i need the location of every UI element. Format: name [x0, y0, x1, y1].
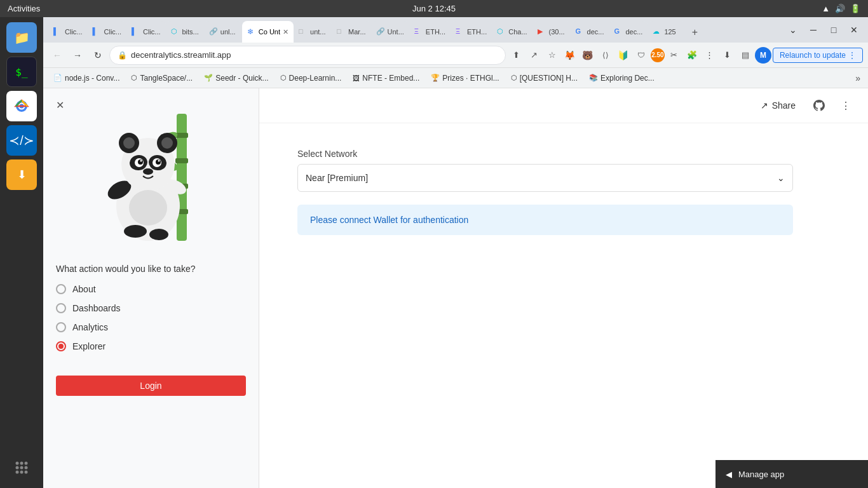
radio-analytics-circle [56, 322, 66, 332]
bookmark-8[interactable]: 📚 Exploring Dec... [584, 71, 660, 86]
chrome-tab-15[interactable]: G dec... [609, 21, 648, 43]
bookmark-5[interactable]: 🖼 NFTE - Embed... [348, 71, 424, 86]
tab-favicon-16: ☁ [653, 27, 661, 36]
taskbar-chrome[interactable] [6, 91, 37, 121]
chrome-tab-13[interactable]: ▶ (30... [532, 21, 571, 43]
sidebar-close-button[interactable]: ✕ [51, 96, 69, 114]
bookmarks-more-button[interactable]: » [853, 73, 863, 83]
ext-1-icon[interactable]: 🦊 [562, 47, 578, 64]
tab-title-13: (30... [549, 28, 565, 36]
battery-icon: 🔋 [850, 4, 860, 13]
bookmark-1[interactable]: 📄 node.js - Conv... [48, 71, 125, 86]
bookmark-label-1: node.js - Conv... [65, 74, 119, 83]
share-label: Share [772, 100, 796, 111]
activities-label[interactable]: Activities [8, 4, 40, 13]
download-icon[interactable]: ⬇ [719, 47, 736, 64]
tab-favicon-3: ▌ [132, 27, 140, 36]
profile-avatar[interactable]: M [755, 47, 771, 64]
chrome-tab-16[interactable]: ☁ 125 [648, 21, 686, 43]
share-icon[interactable]: ↗ [526, 47, 543, 64]
chrome-tab-12[interactable]: ⬡ Cha... [492, 21, 532, 43]
radio-analytics[interactable]: Analytics [56, 322, 246, 332]
more-menu-button[interactable]: ⋮ [836, 96, 855, 115]
ext-3-icon[interactable]: ⟨⟩ [597, 47, 614, 64]
new-tab-button[interactable]: + [686, 24, 703, 41]
chrome-tab-8[interactable]: □ Mar... [332, 21, 371, 43]
taskbar-installer[interactable]: ⬇ [6, 159, 37, 190]
address-bar[interactable]: 🔒 decentralytics.streamlit.app [109, 46, 506, 65]
ext-4-icon[interactable]: 🔰 [615, 47, 632, 64]
sidebar-menu-question: What action would you like to take? [56, 264, 246, 274]
reload-button[interactable]: ↻ [89, 46, 107, 64]
os-topbar-left: Activities [8, 4, 40, 13]
share-button[interactable]: ↗ Share [754, 98, 802, 113]
chrome-tab-2[interactable]: ▌ Clic... [88, 21, 127, 43]
chrome-tab-11[interactable]: Ξ ETH... [451, 21, 492, 43]
github-button[interactable] [810, 96, 829, 115]
tab-favicon-10: Ξ [414, 27, 423, 36]
network-value: Near [Premium] [306, 173, 368, 183]
bookmark-7[interactable]: ⬡ [QUESTION] H... [506, 71, 583, 86]
chrome-tab-1[interactable]: ▌ Clic... [48, 21, 88, 43]
sidebar-logo-area [43, 88, 259, 254]
chrome-tab-10[interactable]: Ξ ETH... [409, 21, 451, 43]
relaunch-label: Relaunch to update [780, 51, 846, 60]
sidebar-toggle-icon[interactable]: ▤ [737, 47, 754, 64]
chrome-tab-3[interactable]: ▌ Clic... [126, 21, 166, 43]
svg-point-33 [140, 160, 142, 162]
ext-5-icon[interactable]: 🛡 [633, 47, 649, 64]
wallet-message: Please connect Wallet for authentication [297, 205, 793, 235]
minimize-button[interactable]: ─ [804, 21, 822, 39]
ext-2-icon[interactable]: 🐻 [580, 47, 596, 64]
svg-point-10 [20, 471, 24, 474]
radio-about[interactable]: About [56, 284, 246, 294]
os-topbar: Activities Jun 2 12:45 ▲ 🔊 🔋 [0, 0, 868, 17]
tab-favicon-active: ❄ [247, 27, 256, 36]
extensions-icon[interactable]: ⋮ [702, 47, 718, 64]
main-body: Select Network Near [Premium] ⌄ Please c… [259, 123, 868, 488]
tab-favicon-1: ▌ [53, 27, 62, 36]
bookmark-4[interactable]: ⬡ Deep-Learnin... [275, 71, 347, 86]
bookmark-icon[interactable]: ☆ [544, 47, 560, 64]
login-button[interactable]: Login [56, 376, 246, 396]
tab-title-5: unl... [220, 28, 236, 36]
chrome-tab-4[interactable]: ⬡ bits... [166, 21, 204, 43]
network-select-dropdown[interactable]: Near [Premium] ⌄ [297, 164, 793, 192]
chrome-tab-7[interactable]: □ unt... [294, 21, 332, 43]
ext-6-icon[interactable]: 2.50 [651, 48, 665, 62]
radio-dashboards[interactable]: Dashboards [56, 303, 246, 313]
chrome-tab-14[interactable]: G dec... [571, 21, 609, 43]
taskbar-apps[interactable] [6, 452, 37, 483]
ext-8-icon[interactable]: 🧩 [684, 47, 700, 64]
ext-7-icon[interactable]: ✂ [666, 47, 682, 64]
bookmark-3[interactable]: 🌱 Seedr - Quick... [199, 71, 273, 86]
svg-point-7 [20, 466, 24, 470]
relaunch-menu-icon[interactable]: ⋮ [848, 51, 856, 60]
taskbar-files[interactable]: 📁 [6, 22, 37, 53]
chrome-tab-5[interactable]: 🔗 unl... [204, 21, 242, 43]
chrome-window-controls: ⌄ ─ □ ✕ [784, 17, 863, 43]
manage-app-arrow-icon: ◀ [726, 470, 732, 479]
taskbar-terminal[interactable]: $_ [6, 57, 37, 87]
svg-point-3 [16, 462, 19, 465]
bookmark-label-3: Seedr - Quick... [215, 74, 268, 83]
back-button[interactable]: ← [48, 46, 66, 64]
relaunch-button[interactable]: Relaunch to update ⋮ [773, 48, 863, 63]
bookmark-6[interactable]: 🏆 Prizes · ETHGl... [426, 71, 504, 86]
chrome-tab-9[interactable]: 🔗 Unt... [371, 21, 409, 43]
manage-app-panel[interactable]: ◀ Manage app [715, 460, 868, 488]
forward-button[interactable]: → [69, 46, 86, 64]
maximize-button[interactable]: □ [825, 21, 843, 39]
taskbar-vscode[interactable]: ≺/≻ [6, 125, 37, 156]
bookmark-2[interactable]: ⬡ TangleSpace/... [126, 71, 198, 86]
tab-close-active[interactable]: ✕ [283, 28, 288, 36]
tab-title-15: dec... [625, 28, 642, 36]
cast-icon[interactable]: ⬆ [508, 47, 525, 64]
svg-point-8 [25, 466, 28, 470]
bookmark-icon-6: 🏆 [431, 74, 440, 82]
radio-explorer[interactable]: Explorer [56, 341, 246, 351]
chrome-tab-active[interactable]: ❄ Co Unt ✕ [242, 21, 294, 43]
close-window-button[interactable]: ✕ [845, 21, 863, 39]
tabs-dropdown-button[interactable]: ⌄ [784, 21, 802, 39]
tab-favicon-15: G [614, 27, 623, 36]
